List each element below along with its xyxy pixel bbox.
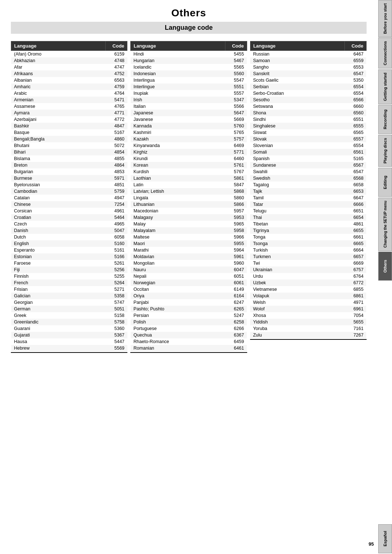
sidebar-tab-editing[interactable]: Editing bbox=[378, 168, 392, 197]
code-cell: 4855 bbox=[106, 155, 127, 162]
language-cell: Frisian bbox=[11, 286, 106, 293]
sidebar-tab-others[interactable]: Others bbox=[378, 252, 392, 281]
sidebar-tab-espanol[interactable]: Español bbox=[378, 524, 392, 553]
language-cell: Inupiak bbox=[131, 90, 225, 97]
language-cell: Japanese bbox=[131, 110, 225, 116]
code-cell: 5165 bbox=[344, 155, 366, 162]
code-cell: 5866 bbox=[225, 201, 247, 208]
language-cell: Czech bbox=[11, 221, 106, 227]
language-cell: Tagalog bbox=[250, 182, 344, 188]
table-row: Welsh4971 bbox=[250, 299, 366, 306]
code-cell: 6547 bbox=[344, 70, 366, 77]
code-cell: 6367 bbox=[225, 332, 247, 338]
language-cell: Kirundi bbox=[131, 155, 225, 162]
language-cell: Marathi bbox=[131, 247, 225, 253]
language-cell: Greek bbox=[11, 312, 106, 319]
language-table-2: Language Code Hindi5455Hungarian5467Icel… bbox=[130, 41, 247, 351]
code-cell: 4748 bbox=[106, 57, 127, 64]
code-cell: 6051 bbox=[225, 273, 247, 280]
language-cell: Bashkir bbox=[11, 123, 106, 129]
code-cell: 6565 bbox=[344, 129, 366, 136]
table-row: Zulu7267 bbox=[250, 332, 366, 338]
code-cell: 4864 bbox=[106, 162, 127, 168]
table-row: Setswana6660 bbox=[250, 103, 366, 110]
code-cell: 5847 bbox=[225, 182, 247, 188]
sidebar-tab-changing-setup[interactable]: Changing the SETUP menu bbox=[378, 197, 392, 251]
col3-code-header: Code bbox=[344, 41, 366, 51]
table-row: Singhalese6555 bbox=[250, 123, 366, 129]
table-row: Latvian; Lettish5868 bbox=[131, 188, 247, 195]
language-cell: Tsonga bbox=[250, 240, 344, 247]
code-cell: 4771 bbox=[106, 110, 127, 116]
code-cell: 6553 bbox=[344, 64, 366, 70]
language-cell: Estonian bbox=[11, 253, 106, 260]
table-row: Serbian6554 bbox=[250, 83, 366, 90]
language-cell: Georgian bbox=[11, 299, 106, 306]
language-cell: Hungarian bbox=[131, 57, 225, 64]
table-row: Sanskrit6547 bbox=[250, 70, 366, 77]
language-cell: Faroese bbox=[11, 260, 106, 266]
language-cell: Somali bbox=[250, 149, 344, 155]
code-cell: 6469 bbox=[225, 142, 247, 149]
code-cell: 6159 bbox=[106, 51, 127, 58]
sidebar-tab-playing-discs[interactable]: Playing discs bbox=[378, 135, 392, 167]
code-cell: 5471 bbox=[106, 97, 127, 103]
language-cell: Malayalam bbox=[131, 227, 225, 234]
language-cell: Byelorussian bbox=[11, 182, 106, 188]
table-row: Polish6258 bbox=[131, 319, 247, 325]
language-cell: Slovenian bbox=[250, 142, 344, 149]
code-cell: 6555 bbox=[344, 123, 366, 129]
table-row: Bashkir4847 bbox=[11, 123, 127, 129]
sidebar-tab-before-you-start[interactable]: Before you start bbox=[378, 0, 392, 37]
code-cell: 5765 bbox=[225, 129, 247, 136]
table-row: Ukrainian6757 bbox=[250, 266, 366, 273]
language-cell: Corsican bbox=[11, 208, 106, 214]
language-column-1: Language Code (Afan) Oromo6159Abkhazian4… bbox=[11, 41, 129, 353]
language-cell: Singhalese bbox=[250, 123, 344, 129]
table-row: German5051 bbox=[11, 306, 127, 312]
language-cell: Latin bbox=[131, 182, 225, 188]
table-row: Greenlandic5758 bbox=[11, 319, 127, 325]
table-row: Gujarati5367 bbox=[11, 332, 127, 338]
table-row: Spanish5165 bbox=[250, 155, 366, 162]
language-cell: Kazakh bbox=[131, 136, 225, 142]
code-cell: 5557 bbox=[225, 90, 247, 97]
code-cell: 5958 bbox=[225, 227, 247, 234]
table-row: Kannada5760 bbox=[131, 123, 247, 129]
code-cell: 5966 bbox=[225, 234, 247, 240]
code-cell: 4747 bbox=[106, 64, 127, 70]
language-cell: Persian bbox=[131, 312, 225, 319]
language-cell: Quechua bbox=[131, 332, 225, 338]
table-row: Assamese4765 bbox=[11, 103, 127, 110]
code-cell: 5051 bbox=[106, 306, 127, 312]
language-cell: Armenian bbox=[11, 97, 106, 103]
sidebar-tab-getting-started[interactable]: Getting started bbox=[378, 69, 392, 104]
table-row: Latin5847 bbox=[131, 182, 247, 188]
table-row: Estonian5166 bbox=[11, 253, 127, 260]
code-cell: 5160 bbox=[106, 240, 127, 247]
table-row: Malay5965 bbox=[131, 221, 247, 227]
table2-bottom-border bbox=[130, 352, 247, 353]
table-row: Greek5158 bbox=[11, 312, 127, 319]
language-cell: Serbo-Croatian bbox=[250, 90, 344, 97]
table-row: Maltese5966 bbox=[131, 234, 247, 240]
code-cell: 6657 bbox=[344, 253, 366, 260]
table-row: Afrikaans4752 bbox=[11, 70, 127, 77]
table-row: Czech4965 bbox=[11, 221, 127, 227]
language-cell: Kurdish bbox=[131, 168, 225, 175]
table-row: Irish5347 bbox=[131, 97, 247, 103]
language-cell: Danish bbox=[11, 227, 106, 234]
table-row: Icelandic5565 bbox=[131, 64, 247, 70]
sidebar-tab-connections[interactable]: Connections bbox=[378, 38, 392, 69]
table-row: Kurdish5767 bbox=[131, 168, 247, 175]
code-cell: 4971 bbox=[344, 299, 366, 306]
sidebar-tab-recording[interactable]: Recording bbox=[378, 105, 392, 134]
language-cell: Swedish bbox=[250, 175, 344, 182]
code-cell: 6664 bbox=[344, 247, 366, 253]
table-row: Laothian5861 bbox=[131, 175, 247, 182]
language-cell: Hindi bbox=[131, 51, 225, 58]
code-cell: 6666 bbox=[344, 201, 366, 208]
code-cell: 6655 bbox=[344, 227, 366, 234]
language-cell: Cambodian bbox=[11, 188, 106, 195]
page-title: Others bbox=[11, 7, 367, 19]
